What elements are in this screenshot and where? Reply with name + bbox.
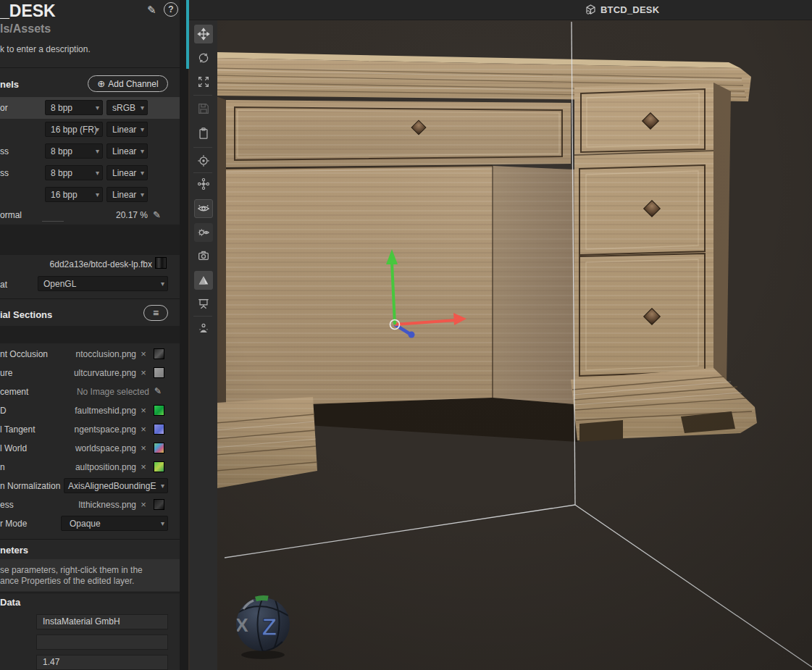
move-tool-icon[interactable] <box>194 25 213 43</box>
chevron-down-icon: ▾ <box>96 169 99 177</box>
accent-divider <box>186 0 189 69</box>
viewport-title-group[interactable]: BTCD_DESK <box>585 4 659 15</box>
edit-pencil-icon[interactable]: ✎ <box>154 386 162 396</box>
chevron-down-icon: ▾ <box>161 482 164 490</box>
worldspace-thumbnail[interactable] <box>154 443 164 453</box>
bpp-dropdown[interactable]: 8 bpp▾ <box>45 143 103 159</box>
normal-strength-row: ormal 20.17 % ✎ <box>0 206 180 225</box>
map-row-position: n aultposition.png × <box>0 458 180 477</box>
tangent-thumbnail[interactable] <box>154 424 164 435</box>
chevron-down-icon: ▾ <box>161 280 164 288</box>
data-header: Data <box>0 597 20 608</box>
clipboard-tool-icon[interactable] <box>194 124 213 143</box>
save-tool-icon[interactable] <box>194 99 213 118</box>
divider <box>0 298 180 299</box>
strength-input[interactable] <box>42 209 64 222</box>
ao-thumbnail[interactable] <box>154 348 164 359</box>
normal-format-label: at <box>0 280 7 290</box>
viewport-3d: BTCD_DESK <box>188 0 812 670</box>
remove-icon[interactable]: × <box>138 367 148 378</box>
remove-icon[interactable]: × <box>138 348 148 359</box>
properties-panel: _DESK ✎ ? ls/Assets k to enter a descrip… <box>0 0 180 670</box>
channel-row-metalness[interactable]: ss 8 bpp▾ Linear▾ <box>0 162 180 184</box>
material-sections-header: ial Sections <box>0 309 52 320</box>
chevron-down-icon: ▾ <box>96 190 99 198</box>
remove-icon[interactable]: × <box>138 424 148 435</box>
channel-row-normal[interactable]: 16 bpp▾ Linear▾ <box>0 184 180 206</box>
description-text[interactable]: k to enter a description. <box>0 44 91 54</box>
position-thumbnail[interactable] <box>154 461 164 472</box>
toolbar-divider <box>193 172 212 173</box>
data-field-empty[interactable] <box>36 635 168 650</box>
panel-scrollbar[interactable] <box>180 0 188 670</box>
normal-format-dropdown[interactable]: OpenGL ▾ <box>38 276 168 291</box>
colorspace-dropdown[interactable]: Linear▾ <box>106 165 148 180</box>
chevron-down-icon: ▾ <box>96 147 99 155</box>
app-window: { "icons": { "caret": "▾", "remove": "×"… <box>0 0 812 670</box>
map-row-normal-tangent: l Tangent ngentspace.png × <box>0 420 180 439</box>
remove-icon[interactable]: × <box>138 499 148 510</box>
section-gap <box>0 225 180 255</box>
add-channel-button[interactable]: ⊕ Add Channel <box>88 75 168 92</box>
bpp-dropdown[interactable]: 16 bpp (FR)▾ <box>45 122 103 137</box>
focus-target-tool-icon[interactable] <box>194 151 213 170</box>
help-icon[interactable]: ? <box>164 2 178 17</box>
map-row-position-normalization: n Normalization AxisAlignedBoundingE ▾ <box>0 477 180 495</box>
rotate-tool-icon[interactable] <box>194 49 213 67</box>
map-row-displacement: cement No Image selected ✎ <box>0 382 180 401</box>
chevron-down-icon: ▾ <box>141 104 144 112</box>
channel-row-height[interactable]: 16 bpp (FR)▾ Linear▾ <box>0 119 180 141</box>
render-settings-tool-icon[interactable] <box>194 223 213 242</box>
nav-ball-x-label: X <box>235 614 248 636</box>
page-title: _DESK <box>0 1 56 21</box>
wireframe-triangle-tool-icon[interactable] <box>194 271 213 290</box>
object-cube-icon <box>585 4 596 15</box>
toolbar-divider <box>193 316 212 317</box>
colorspace-dropdown[interactable]: Linear▾ <box>106 187 148 202</box>
chevron-down-icon: ▾ <box>141 190 144 198</box>
section-gap <box>0 326 180 343</box>
map-row-thickness: ess ltthickness.png × <box>0 495 180 514</box>
strength-value[interactable]: 20.17 % <box>80 210 148 220</box>
blend-mode-dropdown[interactable]: Opaque ▾ <box>61 516 168 531</box>
normalization-dropdown[interactable]: AxisAlignedBoundingE ▾ <box>64 478 168 493</box>
desk-model[interactable] <box>217 52 757 488</box>
plus-icon: ⊕ <box>97 79 105 88</box>
divider <box>0 539 180 540</box>
map-row-curvature: ure ultcurvature.png × <box>0 364 180 382</box>
parameters-hint: se parameters, right-click them in the a… <box>0 559 180 591</box>
remove-icon[interactable]: × <box>138 443 148 453</box>
data-field-version[interactable]: 1.47 <box>36 655 168 670</box>
chevron-down-icon: ▾ <box>161 519 164 527</box>
camera-tool-icon[interactable] <box>194 246 213 265</box>
bpp-dropdown[interactable]: 8 bpp▾ <box>45 165 103 180</box>
frame-view-tool-icon[interactable] <box>194 72 213 91</box>
chevron-down-icon: ▾ <box>141 125 144 133</box>
colorspace-dropdown[interactable]: Linear▾ <box>106 122 148 137</box>
edit-title-icon[interactable]: ✎ <box>147 4 156 17</box>
mesh-file-value[interactable]: 6dd2a13e/btcd-desk-lp.fbx <box>22 259 152 269</box>
data-field-company[interactable]: InstaMaterial GmbH <box>36 614 168 629</box>
channel-row-color[interactable]: or 8 bpp▾ sRGB▾ <box>0 97 180 119</box>
bpp-dropdown[interactable]: 16 bpp▾ <box>45 187 103 202</box>
remove-icon[interactable]: × <box>138 405 148 416</box>
edit-pencil-icon[interactable]: ✎ <box>153 209 161 220</box>
bpp-dropdown[interactable]: 8 bpp▾ <box>45 100 103 115</box>
remove-icon[interactable]: × <box>138 461 148 472</box>
chevron-down-icon: ▾ <box>141 169 144 177</box>
nav-ball-z-label: Z <box>262 613 277 640</box>
curvature-thumbnail[interactable] <box>154 367 164 378</box>
hierarchy-tool-icon[interactable] <box>194 319 213 338</box>
mesh-thumbnail[interactable] <box>155 257 167 269</box>
viewport-canvas[interactable]: X Z <box>217 20 812 670</box>
colorspace-dropdown[interactable]: Linear▾ <box>106 143 148 159</box>
breadcrumb: ls/Assets <box>0 22 51 35</box>
thickness-thumbnail[interactable] <box>154 499 164 510</box>
colorspace-dropdown[interactable]: sRGB▾ <box>106 100 148 115</box>
meshid-thumbnail[interactable] <box>154 405 164 416</box>
presentation-tool-icon[interactable] <box>194 294 213 313</box>
channel-row-roughness[interactable]: ss 8 bpp▾ Linear▾ <box>0 141 180 162</box>
visibility-eye-tool-icon[interactable] <box>194 199 213 218</box>
section-menu-button[interactable]: ≡ <box>143 305 168 321</box>
node-graph-tool-icon[interactable] <box>194 175 213 193</box>
